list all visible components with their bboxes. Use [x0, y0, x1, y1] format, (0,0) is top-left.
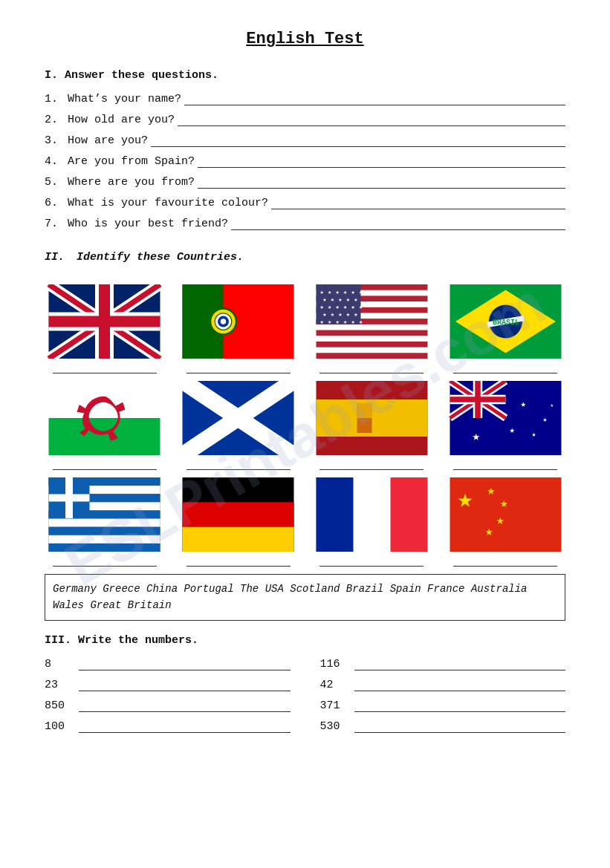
q-line [184, 92, 565, 105]
flag-line-greece [53, 556, 157, 567]
svg-rect-66 [49, 527, 160, 535]
flag-item-australia: ★ ★ ★ ★ ★ ★ [445, 381, 565, 470]
flag-germany [181, 477, 296, 552]
flag-spain [314, 381, 429, 455]
q-line [198, 154, 565, 168]
flag-item-greece [45, 477, 165, 567]
svg-rect-20 [316, 330, 427, 336]
flag-scotland [181, 381, 296, 455]
flag-line-germany [186, 556, 291, 567]
svg-text:★: ★ [487, 483, 495, 498]
flag-item-france [312, 477, 432, 567]
svg-point-36 [91, 410, 97, 415]
q-line [178, 113, 565, 126]
svg-text:★ ★ ★ ★ ★ ★: ★ ★ ★ ★ ★ ★ [319, 319, 363, 326]
number-item-42: 42 [320, 678, 566, 691]
svg-rect-43 [357, 403, 371, 418]
flag-portugal [181, 284, 296, 359]
q-text: How old are you? [61, 114, 175, 126]
section1-heading: I. Answer these questions. [45, 69, 565, 82]
flag-item-brazil: BRASIL [445, 284, 565, 373]
svg-text:★: ★ [520, 399, 526, 410]
question-item-3: 3. How are you? [45, 134, 565, 147]
flags-grid: ★ ★ ★ ★ ★ ★ ★ ★ ★ ★ ★ ★ ★ ★ ★ ★ ★ ★ ★ ★ … [45, 284, 565, 567]
svg-text:★: ★ [550, 402, 554, 408]
flag-uk [47, 284, 162, 359]
q-text: Who is your best friend? [61, 218, 228, 230]
svg-rect-68 [49, 544, 160, 552]
questions-list: 1. What’s your name?2. How old are you?3… [45, 92, 565, 230]
flag-greece [47, 477, 162, 552]
flag-line-wales [53, 460, 157, 470]
svg-text:★ ★ ★ ★ ★ ★: ★ ★ ★ ★ ★ ★ [319, 304, 363, 311]
svg-rect-73 [183, 502, 294, 526]
svg-text:★: ★ [472, 429, 480, 444]
flag-line-spain [319, 460, 424, 470]
q-num: 3. [45, 134, 61, 147]
svg-text:★ ★ ★ ★ ★: ★ ★ ★ ★ ★ [322, 311, 358, 319]
q-num: 1. [45, 93, 61, 105]
number-item-850: 850 [45, 699, 291, 712]
section2-heading: Identify these Countries. [77, 251, 244, 264]
q-num: 4. [45, 155, 61, 168]
svg-rect-74 [183, 527, 294, 552]
number-item-530: 530 [320, 719, 566, 733]
flag-line-scotland [186, 460, 291, 470]
svg-text:★: ★ [485, 524, 493, 539]
numbers-grid: 8 116 23 42 850 371 100 530 [45, 657, 565, 733]
flag-item-usa: ★ ★ ★ ★ ★ ★ ★ ★ ★ ★ ★ ★ ★ ★ ★ ★ ★ ★ ★ ★ … [312, 284, 432, 373]
number-item-8: 8 [45, 657, 291, 670]
svg-rect-65 [49, 519, 160, 527]
flag-australia: ★ ★ ★ ★ ★ ★ [448, 381, 563, 455]
flag-item-china: ★ ★ ★ ★ ★ [445, 477, 565, 567]
flag-item-wales [45, 381, 165, 470]
flag-item-spain [312, 381, 432, 470]
page-title: English Test [45, 30, 565, 48]
q-line [271, 196, 565, 209]
flag-line-portugal [186, 363, 291, 373]
svg-rect-77 [316, 477, 353, 552]
svg-text:★ ★ ★ ★ ★ ★: ★ ★ ★ ★ ★ ★ [319, 289, 363, 296]
number-item-116: 116 [320, 657, 566, 670]
flag-usa: ★ ★ ★ ★ ★ ★ ★ ★ ★ ★ ★ ★ ★ ★ ★ ★ ★ ★ ★ ★ … [314, 284, 429, 359]
flag-line-uk [53, 363, 157, 373]
word-bank: Germany Greece China Portugal The USA Sc… [45, 574, 565, 621]
svg-text:★: ★ [542, 416, 547, 424]
question-item-4: 4. Are you from Spain? [45, 154, 565, 168]
number-item-371: 371 [320, 699, 566, 712]
svg-text:★: ★ [509, 425, 515, 436]
question-item-2: 2. How old are you? [45, 113, 565, 126]
svg-rect-67 [49, 535, 160, 544]
q-text: How are you? [61, 134, 148, 147]
question-item-5: 5. Where are you from? [45, 175, 565, 189]
flag-item-uk [45, 284, 165, 373]
svg-point-14 [221, 319, 227, 324]
question-item-6: 6. What is your favourite colour? [45, 196, 565, 209]
svg-rect-71 [49, 495, 90, 502]
svg-rect-21 [316, 342, 427, 347]
q-num: 7. [45, 218, 61, 230]
q-text: What’s your name? [61, 93, 181, 105]
number-item-23: 23 [45, 678, 291, 691]
q-num: 6. [45, 197, 61, 209]
q-num: 5. [45, 176, 61, 189]
question-item-7: 7. Who is your best friend? [45, 217, 565, 230]
q-line [231, 217, 565, 230]
flag-line-france [319, 556, 424, 567]
flag-line-brazil [453, 363, 557, 373]
q-num: 2. [45, 114, 61, 126]
svg-rect-35 [49, 418, 160, 455]
flag-line-china [453, 556, 557, 567]
svg-text:BRASIL: BRASIL [493, 319, 519, 327]
flag-line-australia [453, 460, 557, 470]
section2-roman: II. [45, 251, 65, 264]
svg-text:★: ★ [531, 431, 536, 439]
svg-text:★: ★ [500, 496, 508, 511]
flag-brazil: BRASIL [448, 284, 563, 359]
section3-heading: III. Write the numbers. [45, 634, 565, 647]
svg-text:★ ★ ★ ★ ★: ★ ★ ★ ★ ★ [322, 296, 358, 304]
svg-text:★: ★ [496, 513, 504, 528]
flag-line-usa [319, 363, 424, 373]
flag-china: ★ ★ ★ ★ ★ [448, 477, 563, 552]
flag-france [314, 477, 429, 552]
